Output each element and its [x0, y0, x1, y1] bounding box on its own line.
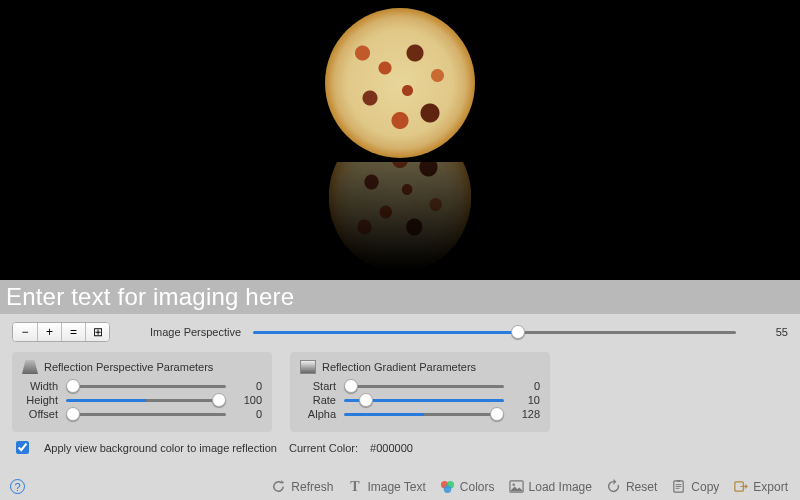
- export-label: Export: [753, 480, 788, 494]
- bottom-toolbar: Refresh T Image Text Colors Load Image: [271, 479, 788, 494]
- colors-icon: [440, 479, 455, 494]
- svg-rect-6: [677, 480, 681, 482]
- clipboard-icon: [671, 479, 686, 494]
- image-text-button[interactable]: T Image Text: [347, 479, 425, 494]
- refresh-button[interactable]: Refresh: [271, 479, 333, 494]
- zoom-fit-button[interactable]: =: [61, 323, 85, 341]
- image-text-label: Image Text: [367, 480, 425, 494]
- perspective-icon: [22, 360, 38, 374]
- alpha-slider[interactable]: [344, 413, 504, 416]
- controls-panel: − + = ⊞ Image Perspective 55 Reflection …: [0, 314, 800, 500]
- load-image-button[interactable]: Load Image: [509, 479, 592, 494]
- text-icon: T: [347, 479, 362, 494]
- reflection-perspective-title: Reflection Perspective Parameters: [44, 361, 213, 373]
- perspective-value: 55: [748, 326, 788, 338]
- export-icon: [733, 479, 748, 494]
- preview-canvas: [0, 0, 800, 280]
- width-value: 0: [234, 380, 262, 392]
- height-slider[interactable]: [66, 399, 226, 402]
- load-image-label: Load Image: [529, 480, 592, 494]
- current-color-label: Current Color:: [289, 442, 358, 454]
- apply-bg-checkbox[interactable]: [16, 441, 29, 454]
- offset-slider[interactable]: [66, 413, 226, 416]
- colors-button[interactable]: Colors: [440, 479, 495, 494]
- reflection-perspective-panel: Reflection Perspective Parameters Width …: [12, 352, 272, 432]
- apply-bg-label: Apply view background color to image ref…: [44, 442, 277, 454]
- copy-button[interactable]: Copy: [671, 479, 719, 494]
- gradient-icon: [300, 360, 316, 374]
- reflection-gradient-panel: Reflection Gradient Parameters Start 0 R…: [290, 352, 550, 432]
- offset-label: Offset: [22, 408, 58, 420]
- start-slider[interactable]: [344, 385, 504, 388]
- svg-point-2: [444, 486, 452, 494]
- perspective-slider[interactable]: [253, 331, 736, 334]
- rate-slider[interactable]: [344, 399, 504, 402]
- start-label: Start: [300, 380, 336, 392]
- preview-image: [325, 0, 475, 280]
- alpha-value: 128: [512, 408, 540, 420]
- current-color-value: #000000: [370, 442, 413, 454]
- reflection-gradient-title: Reflection Gradient Parameters: [322, 361, 476, 373]
- zoom-in-button[interactable]: +: [37, 323, 61, 341]
- height-value: 100: [234, 394, 262, 406]
- pizza-image: [325, 8, 475, 158]
- export-button[interactable]: Export: [733, 479, 788, 494]
- reset-icon: [606, 479, 621, 494]
- start-value: 0: [512, 380, 540, 392]
- svg-point-4: [512, 483, 514, 485]
- alpha-label: Alpha: [300, 408, 336, 420]
- height-label: Height: [22, 394, 58, 406]
- reset-label: Reset: [626, 480, 657, 494]
- width-label: Width: [22, 380, 58, 392]
- zoom-actual-button[interactable]: ⊞: [85, 323, 109, 341]
- rate-label: Rate: [300, 394, 336, 406]
- refresh-icon: [271, 479, 286, 494]
- zoom-button-group: − + = ⊞: [12, 322, 110, 342]
- offset-value: 0: [234, 408, 262, 420]
- zoom-out-button[interactable]: −: [13, 323, 37, 341]
- image-icon: [509, 479, 524, 494]
- width-slider[interactable]: [66, 385, 226, 388]
- refresh-label: Refresh: [291, 480, 333, 494]
- reset-button[interactable]: Reset: [606, 479, 657, 494]
- rate-value: 10: [512, 394, 540, 406]
- perspective-label: Image Perspective: [150, 326, 241, 338]
- help-button[interactable]: ?: [10, 479, 25, 494]
- colors-label: Colors: [460, 480, 495, 494]
- pizza-reflection: [325, 162, 475, 280]
- image-text-input[interactable]: Enter text for imaging here: [0, 280, 800, 314]
- copy-label: Copy: [691, 480, 719, 494]
